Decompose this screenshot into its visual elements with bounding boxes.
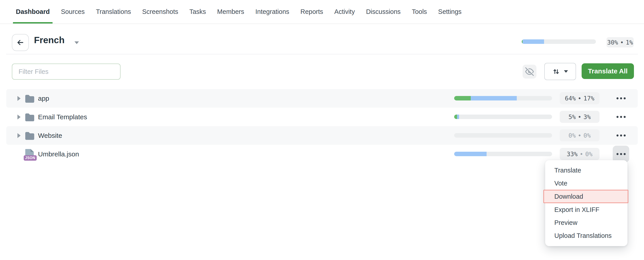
row-actions-button[interactable]	[613, 146, 629, 162]
nav-tab-settings[interactable]: Settings	[435, 0, 464, 24]
translated-percent: 5%	[568, 113, 576, 120]
file-progress-badge: 64%•17%	[560, 92, 600, 104]
ellipsis-icon	[616, 134, 626, 136]
nav-tab-screenshots[interactable]: Screenshots	[139, 0, 181, 24]
json-type-badge: JSON	[24, 155, 37, 161]
expand-caret-icon[interactable]	[18, 133, 20, 138]
file-name[interactable]: Email Templates	[38, 113, 87, 121]
file-progress-bar	[454, 115, 552, 119]
dot-separator: •	[578, 132, 582, 139]
file-progress-badge: 33%•0%	[560, 148, 600, 160]
row-actions-button[interactable]	[613, 127, 629, 144]
file-progress-bar	[454, 152, 552, 156]
file-row[interactable]: Website 0%•0%	[6, 126, 638, 145]
context-menu-item-preview[interactable]: Preview	[545, 216, 628, 229]
translated-percent: 0%	[568, 132, 576, 139]
translated-progress-segment	[454, 152, 486, 156]
translated-percent: 30%	[607, 39, 618, 46]
approved-progress-segment	[454, 96, 471, 100]
folder-icon	[25, 94, 35, 103]
file-row[interactable]: JSON Umbrella.json 33%•0%	[6, 145, 638, 163]
context-menu-item-upload-translations[interactable]: Upload Translations	[545, 229, 628, 242]
approved-percent: 0%	[584, 132, 591, 139]
dot-separator: •	[620, 39, 624, 46]
language-progress-badge: 30%•1%	[606, 37, 634, 48]
translated-progress-segment	[471, 96, 517, 100]
file-progress-badge: 5%•3%	[560, 111, 600, 123]
nav-tab-activity[interactable]: Activity	[332, 0, 358, 24]
file-progress-badge: 0%•0%	[560, 129, 600, 141]
sort-files-button[interactable]	[544, 63, 576, 80]
language-progress-bar	[522, 39, 596, 44]
project-nav: Dashboard Sources Translations Screensho…	[0, 0, 644, 24]
chevron-down-icon	[564, 70, 568, 73]
approved-percent: 3%	[584, 113, 591, 120]
folder-icon	[25, 113, 35, 121]
ellipsis-icon	[616, 153, 626, 155]
file-row[interactable]: Email Templates 5%•3%	[6, 108, 638, 126]
nav-tab-tasks[interactable]: Tasks	[186, 0, 209, 24]
sort-arrows-icon	[552, 68, 560, 75]
translated-percent: 64%	[565, 95, 576, 102]
approved-progress-segment	[454, 115, 457, 119]
nav-tab-discussions[interactable]: Discussions	[363, 0, 404, 24]
translated-progress-segment	[522, 39, 544, 44]
context-menu-item-vote[interactable]: Vote	[545, 177, 628, 190]
ellipsis-icon	[616, 116, 626, 118]
dot-separator: •	[578, 113, 582, 120]
nav-tab-dashboard[interactable]: Dashboard	[13, 0, 52, 24]
file-name[interactable]: Website	[38, 132, 62, 139]
filter-files-input[interactable]	[12, 64, 120, 80]
file-progress-bar	[454, 133, 552, 138]
dot-separator: •	[580, 151, 583, 157]
approved-percent: 0%	[585, 151, 592, 157]
back-button[interactable]	[12, 34, 29, 51]
context-menu-item-download[interactable]: Download	[544, 190, 628, 203]
project-language-page: Dashboard Sources Translations Screensho…	[0, 0, 644, 260]
translated-progress-segment	[457, 115, 459, 119]
language-dropdown-caret-icon[interactable]	[74, 41, 79, 44]
file-name[interactable]: Umbrella.json	[38, 150, 79, 158]
approved-percent: 17%	[584, 95, 594, 102]
folder-icon	[25, 131, 35, 140]
context-menu-item-translate[interactable]: Translate	[545, 164, 628, 177]
ellipsis-icon	[616, 97, 626, 99]
row-actions-button[interactable]	[613, 109, 629, 125]
nav-tab-members[interactable]: Members	[214, 0, 247, 24]
file-row[interactable]: app 64%•17%	[6, 89, 638, 108]
expand-caret-icon[interactable]	[18, 96, 20, 101]
file-name[interactable]: app	[38, 95, 49, 102]
file-context-menu: Translate Vote Download Export in XLIFF …	[545, 160, 628, 246]
arrow-left-icon	[16, 38, 24, 47]
row-actions-button[interactable]	[613, 90, 629, 107]
dot-separator: •	[578, 95, 582, 102]
approved-percent: 1%	[626, 39, 633, 46]
file-progress-bar	[454, 96, 552, 100]
eye-off-icon	[525, 67, 534, 76]
expand-caret-icon[interactable]	[18, 115, 20, 119]
nav-tab-sources[interactable]: Sources	[58, 0, 88, 24]
json-file-icon: JSON	[25, 149, 34, 160]
file-list: app 64%•17%	[6, 89, 638, 163]
nav-tab-integrations[interactable]: Integrations	[252, 0, 292, 24]
page-title: French	[34, 35, 64, 46]
context-menu-item-export-in-xliff[interactable]: Export in XLIFF	[545, 203, 628, 216]
nav-tab-reports[interactable]: Reports	[298, 0, 326, 24]
nav-tab-translations[interactable]: Translations	[93, 0, 134, 24]
header-divider	[6, 54, 638, 54]
nav-tab-tools[interactable]: Tools	[409, 0, 430, 24]
translated-percent: 33%	[567, 151, 578, 157]
hide-completed-button[interactable]	[522, 65, 536, 79]
translate-all-button[interactable]: Translate All	[582, 63, 634, 79]
